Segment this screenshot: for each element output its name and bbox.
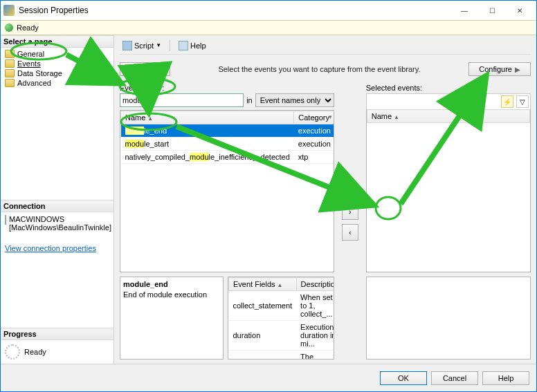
select-page-header: Select a page: [1, 35, 113, 48]
server-sub: [MacWindows\BeaulinTwinkle]: [9, 223, 111, 232]
lightning-icon[interactable]: ⚡: [501, 95, 513, 108]
add-event-button[interactable]: ›: [342, 203, 358, 220]
col-name[interactable]: Name▲: [367, 110, 529, 123]
detail-desc: End of module execution: [123, 290, 220, 299]
minimize-button[interactable]: —: [450, 1, 478, 20]
window-title: Session Properties: [19, 6, 450, 15]
dialog-footer: OK Cancel Help: [1, 364, 536, 391]
event-search-input[interactable]: [120, 93, 244, 107]
event-detail-panel: module_end End of module execution: [120, 277, 224, 360]
filter-icon[interactable]: ▽: [516, 95, 529, 108]
selected-events-grid[interactable]: Name▲: [366, 109, 531, 272]
selected-detail-panel: [366, 277, 531, 360]
col-name[interactable]: Name▲: [121, 111, 294, 124]
help-button[interactable]: Help: [482, 371, 529, 385]
connection-header: Connection: [1, 200, 113, 212]
help-icon: [179, 41, 188, 50]
tree-item-general[interactable]: General: [1, 49, 113, 59]
page-icon: [5, 59, 15, 68]
col-category[interactable]: Category▾: [294, 111, 334, 124]
right-pane: Script▼ Help ◀Select Select the events y…: [114, 35, 536, 364]
left-pane: Select a page General Events Data Storag…: [1, 35, 114, 364]
table-row[interactable]: module_end execution Analytic: [121, 124, 334, 138]
table-row[interactable]: collect_statementWhen set to 1, collect_…: [229, 291, 334, 321]
filter-icon: ▾: [329, 113, 332, 120]
chevron-right-icon: ›: [349, 207, 352, 216]
titlebar: Session Properties — ☐ ✕: [1, 1, 536, 20]
toolbar: Script▼ Help: [120, 39, 531, 55]
sort-asc-icon: ▲: [147, 115, 153, 122]
selected-toolbar: ⚡ ▽: [366, 93, 531, 109]
tree-item-data-storage[interactable]: Data Storage: [1, 68, 113, 78]
search-scope-select[interactable]: Event names only: [255, 93, 334, 107]
select-back-button[interactable]: ◀Select: [120, 62, 170, 76]
tree-item-events[interactable]: Events: [1, 59, 113, 68]
event-library-label: Event library:: [120, 84, 334, 92]
table-row[interactable]: module_start execution Analytic: [121, 138, 334, 151]
tree-item-advanced[interactable]: Advanced: [1, 78, 113, 88]
table-row[interactable]: durationExecution duration in mi...: [229, 321, 334, 351]
cancel-button[interactable]: Cancel: [431, 371, 478, 385]
server-name: MACWINDOWS: [9, 215, 111, 223]
script-icon: [122, 41, 132, 50]
event-library-grid[interactable]: Name▲ Category▾ Channel▾ module_end exec…: [120, 110, 334, 272]
col-description[interactable]: Description: [296, 278, 334, 291]
status-icon: [5, 24, 13, 32]
connection-block: MACWINDOWS [MacWindows\BeaulinTwinkle] V…: [1, 212, 113, 328]
ready-bar: Ready: [1, 20, 536, 35]
chevron-down-icon: ▼: [156, 42, 161, 48]
remove-event-button[interactable]: ‹: [342, 224, 358, 241]
close-button[interactable]: ✕: [506, 1, 534, 20]
in-label: in: [246, 96, 253, 104]
progress-text: Ready: [24, 348, 46, 356]
page-icon: [5, 79, 15, 87]
spinner-icon: [5, 344, 20, 360]
instruction-text: Select the events you want to capture fr…: [170, 65, 469, 73]
page-icon: [5, 50, 15, 58]
view-connection-link[interactable]: View connection properties: [5, 244, 109, 252]
chevron-left-icon: ◀: [130, 66, 136, 73]
help-button[interactable]: Help: [176, 40, 209, 51]
chevron-left-icon: ‹: [349, 228, 352, 236]
detail-name: module_end: [123, 280, 220, 288]
ok-button[interactable]: OK: [380, 371, 427, 385]
table-row[interactable]: line_numberThe statement line nu...: [229, 351, 334, 360]
app-icon: [3, 5, 15, 16]
col-event-fields[interactable]: Event Fields▲: [229, 278, 297, 291]
selected-events-label: Selected events:: [366, 84, 531, 92]
page-tree: General Events Data Storage Advanced: [1, 48, 113, 89]
page-icon: [5, 69, 15, 77]
progress-row: Ready: [1, 340, 113, 364]
server-icon: [5, 215, 6, 225]
configure-button[interactable]: Configure▶: [468, 62, 531, 76]
status-text: Ready: [17, 24, 39, 32]
chevron-right-icon: ▶: [515, 66, 520, 73]
script-button[interactable]: Script▼: [120, 40, 164, 51]
maximize-button[interactable]: ☐: [478, 1, 506, 20]
sort-asc-icon: ▲: [394, 114, 399, 120]
event-fields-grid[interactable]: Event Fields▲ Description collect_statem…: [228, 277, 334, 360]
progress-header: Progress: [1, 328, 113, 340]
sort-asc-icon: ▲: [277, 282, 283, 288]
table-row[interactable]: natively_compiled_module_inefficiency_de…: [121, 151, 334, 164]
